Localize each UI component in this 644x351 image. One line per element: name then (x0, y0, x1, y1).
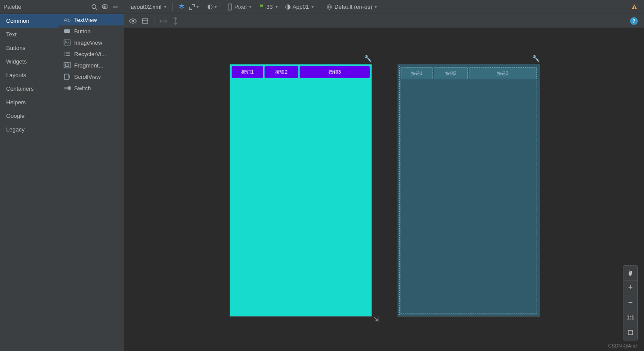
search-icon[interactable] (89, 2, 100, 12)
palette-panel: Common Text Buttons Widgets Layouts Cont… (0, 14, 124, 351)
preview-button-3[interactable]: 按钮3 (300, 66, 370, 78)
zoom-panel: + − 1:1 (623, 265, 638, 340)
blueprint-button-3[interactable]: 按钮3 (469, 67, 537, 79)
separator (154, 17, 154, 25)
wrench-icon[interactable]: 🔧 (364, 55, 372, 62)
app-theme: App01 (293, 4, 309, 10)
zoom-out-icon[interactable]: − (623, 295, 637, 310)
svg-point-2 (104, 6, 106, 8)
separator (203, 3, 203, 11)
design-config-bar: layout02.xml▾ ▾ ▾ Pixel▾ 33▾ App01▾ (124, 2, 644, 12)
help-icon[interactable]: ? (630, 17, 638, 25)
svg-rect-17 (64, 40, 70, 45)
api-selector[interactable]: 33▾ (256, 2, 280, 12)
component-fragment[interactable]: Fragment... (59, 60, 124, 71)
svg-rect-14 (634, 6, 634, 8)
svg-rect-26 (65, 64, 69, 67)
svg-point-6 (261, 5, 261, 6)
svg-rect-16 (64, 29, 70, 33)
svg-point-31 (132, 20, 134, 22)
design-preview[interactable]: 🔧 按钮1 按钮2 按钮3 ⇲ (229, 64, 372, 317)
locale-selector[interactable]: Default (en-us)▾ (324, 2, 379, 12)
design-toolbar: ? (124, 14, 644, 28)
separator (221, 3, 221, 11)
category-list: Common Text Buttons Widgets Layouts Cont… (0, 14, 59, 351)
svg-rect-27 (64, 74, 69, 79)
svg-point-0 (92, 4, 96, 8)
component-scrollview[interactable]: ScrollView (59, 71, 124, 82)
svg-line-9 (262, 4, 263, 5)
blueprint-button-2[interactable]: 按钮2 (434, 67, 468, 79)
canvas[interactable]: 🔧 按钮1 按钮2 按钮3 ⇲ 🔧 按钮1 按钮2 按钮3 (124, 28, 644, 351)
scrollview-icon (64, 73, 71, 80)
orientation-icon[interactable]: ▾ (189, 2, 199, 12)
zoom-in-icon[interactable]: + (623, 280, 637, 295)
separator (320, 3, 320, 11)
preview-button-2[interactable]: 按钮2 (265, 66, 298, 78)
chevron-down-icon: ▾ (215, 4, 217, 9)
design-surface: ? 🔧 按钮1 按钮2 按钮3 ⇲ 🔧 按钮1 按钮2 按钮3 (124, 14, 644, 351)
textview-icon: Ab (64, 16, 71, 23)
imageview-icon (64, 39, 71, 46)
svg-rect-32 (143, 19, 148, 23)
category-common[interactable]: Common (0, 14, 59, 28)
resize-handle-icon[interactable]: ⇲ (373, 315, 379, 324)
category-legacy[interactable]: Legacy (0, 123, 59, 136)
component-button[interactable]: Button (59, 25, 124, 37)
category-helpers[interactable]: Helpers (0, 96, 59, 109)
switch-icon (64, 85, 71, 92)
view-options-icon[interactable] (140, 16, 150, 26)
phone-icon (227, 4, 233, 11)
watermark: CSDN @Aricl. (608, 343, 639, 348)
palette-title: Palette (4, 4, 89, 10)
svg-point-18 (65, 41, 66, 42)
fit-screen-icon[interactable] (623, 325, 637, 340)
button-icon (64, 28, 71, 35)
horizontal-expand-icon[interactable] (158, 16, 168, 26)
chevron-down-icon: ▾ (275, 4, 278, 9)
button-row: 按钮1 按钮2 按钮3 (230, 64, 372, 80)
file-name: layout02.xml (129, 4, 161, 10)
component-list: AbTextView Button ImageView RecyclerVi..… (59, 14, 124, 351)
category-widgets[interactable]: Widgets (0, 55, 59, 68)
blueprint-preview[interactable]: 🔧 按钮1 按钮2 按钮3 (397, 64, 540, 317)
blueprint-button-1[interactable]: 按钮1 (401, 67, 433, 79)
preview-button-1[interactable]: 按钮1 (232, 66, 263, 78)
component-recyclerview[interactable]: RecyclerVi... (59, 48, 124, 60)
chevron-down-icon: ▾ (164, 4, 166, 9)
warning-icon[interactable] (631, 4, 638, 11)
component-textview[interactable]: AbTextView (59, 14, 124, 25)
design-surface-icon[interactable] (176, 2, 187, 12)
category-google[interactable]: Google (0, 109, 59, 123)
device-selector[interactable]: Pixel▾ (225, 2, 254, 12)
vertical-expand-icon[interactable] (170, 16, 181, 26)
night-mode-icon[interactable]: ▾ (207, 2, 217, 12)
file-tab[interactable]: layout02.xml▾ (127, 2, 169, 12)
category-containers[interactable]: Containers (0, 82, 59, 96)
component-imageview[interactable]: ImageView (59, 37, 124, 48)
category-buttons[interactable]: Buttons (0, 41, 59, 55)
pan-icon[interactable] (623, 266, 637, 280)
gear-icon[interactable] (100, 2, 110, 12)
svg-line-8 (261, 4, 261, 5)
category-layouts[interactable]: Layouts (0, 68, 59, 82)
theme-selector[interactable]: App01▾ (282, 2, 317, 12)
chevron-down-icon: ▾ (197, 4, 199, 9)
zoom-ratio[interactable]: 1:1 (623, 310, 637, 325)
wrench-icon[interactable]: 🔧 (532, 55, 540, 62)
theme-icon (285, 4, 291, 10)
separator (172, 3, 173, 11)
component-switch[interactable]: Switch (59, 82, 124, 94)
fragment-icon (64, 62, 71, 69)
chevron-down-icon: ▾ (249, 4, 251, 9)
visibility-icon[interactable] (128, 16, 138, 26)
globe-icon (326, 4, 333, 10)
category-text[interactable]: Text (0, 28, 59, 41)
svg-rect-5 (228, 4, 232, 10)
minimize-icon[interactable] (110, 2, 121, 12)
android-icon (258, 4, 265, 10)
top-toolbar: Palette layout02.xml▾ ▾ ▾ Pixel (0, 0, 644, 14)
recyclerview-icon (64, 50, 71, 57)
device-name: Pixel (234, 4, 247, 10)
chevron-down-icon: ▾ (311, 4, 314, 9)
